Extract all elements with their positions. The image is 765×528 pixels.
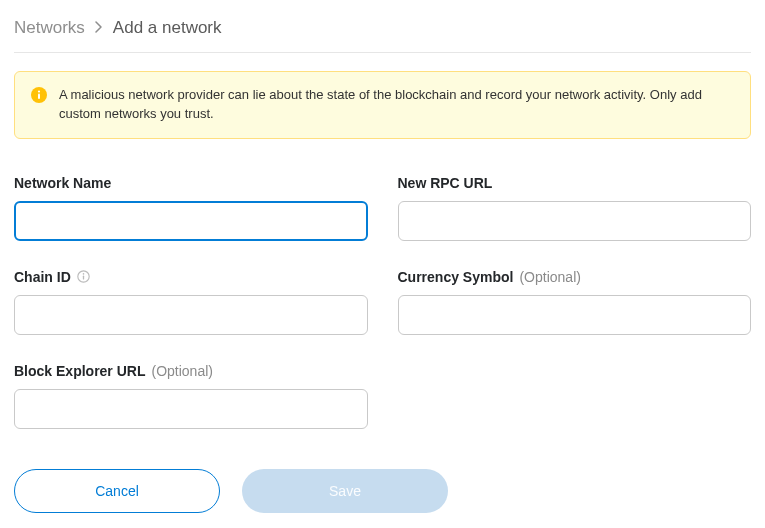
- optional-marker: (Optional): [151, 363, 212, 379]
- breadcrumb-parent[interactable]: Networks: [14, 18, 85, 38]
- warning-text: A malicious network provider can lie abo…: [59, 86, 734, 124]
- field-rpc-url: New RPC URL: [398, 175, 752, 241]
- svg-point-1: [38, 90, 40, 92]
- label-text: Chain ID: [14, 269, 71, 285]
- divider: [14, 52, 751, 53]
- field-block-explorer: Block Explorer URL (Optional): [14, 363, 368, 429]
- rpc-url-input[interactable]: [398, 201, 752, 241]
- actions: Cancel Save: [14, 469, 751, 513]
- breadcrumb: Networks Add a network: [14, 18, 751, 38]
- optional-marker: (Optional): [519, 269, 580, 285]
- currency-symbol-input[interactable]: [398, 295, 752, 335]
- form-grid: Network Name New RPC URL Chain ID Curren…: [14, 175, 751, 429]
- svg-rect-5: [83, 276, 84, 280]
- label-block-explorer: Block Explorer URL (Optional): [14, 363, 368, 379]
- label-text: Currency Symbol: [398, 269, 514, 285]
- field-chain-id: Chain ID: [14, 269, 368, 335]
- label-text: Block Explorer URL: [14, 363, 145, 379]
- label-rpc-url: New RPC URL: [398, 175, 752, 191]
- block-explorer-input[interactable]: [14, 389, 368, 429]
- info-icon[interactable]: [77, 270, 90, 283]
- label-network-name: Network Name: [14, 175, 368, 191]
- breadcrumb-current: Add a network: [113, 18, 222, 38]
- warning-banner: A malicious network provider can lie abo…: [14, 71, 751, 139]
- label-text: New RPC URL: [398, 175, 493, 191]
- info-icon: [31, 87, 47, 103]
- cancel-button[interactable]: Cancel: [14, 469, 220, 513]
- field-currency-symbol: Currency Symbol (Optional): [398, 269, 752, 335]
- svg-rect-2: [38, 94, 40, 100]
- chevron-right-icon: [95, 20, 103, 36]
- network-name-input[interactable]: [14, 201, 368, 241]
- save-button[interactable]: Save: [242, 469, 448, 513]
- label-chain-id: Chain ID: [14, 269, 368, 285]
- label-text: Network Name: [14, 175, 111, 191]
- chain-id-input[interactable]: [14, 295, 368, 335]
- svg-point-4: [82, 273, 84, 275]
- field-network-name: Network Name: [14, 175, 368, 241]
- label-currency-symbol: Currency Symbol (Optional): [398, 269, 752, 285]
